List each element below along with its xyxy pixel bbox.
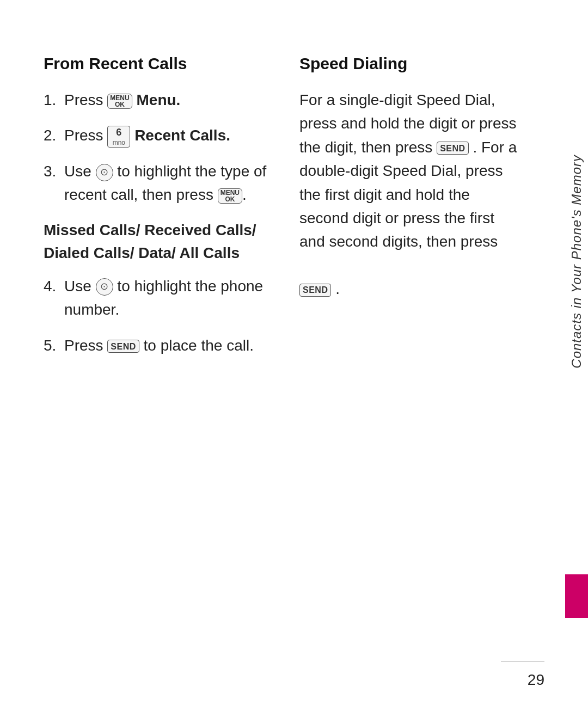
step-4-number: 4. [44,274,60,298]
step-2-content: Press 6mno Recent Calls. [64,124,267,148]
missed-calls-text: Missed Calls/ Received Calls/ Dialed Cal… [44,222,256,261]
send-key-1: SEND [107,340,139,353]
missed-calls-block: Missed Calls/ Received Calls/ Dialed Cal… [44,219,267,265]
send-key-inline-2: SEND [299,284,331,297]
step-1-number: 1. [44,88,60,112]
step-2: 2. Press 6mno Recent Calls. [44,124,267,148]
page-divider [501,661,544,662]
right-section: Speed Dialing For a single-digit Speed D… [299,54,523,369]
right-section-title: Speed Dialing [299,54,523,73]
step-1: 1. Press MENUOK Menu. [44,88,267,112]
step-3-number: 3. [44,160,60,183]
step-5-number: 5. [44,334,60,357]
step-2-number: 2. [44,124,60,147]
step-3: 3. Use ⊙ to highlight the type of recent… [44,160,267,207]
step-1-content: Press MENUOK Menu. [64,88,267,112]
nav-key-1: ⊙ [96,164,113,181]
step-4-content: Use ⊙ to highlight the phone number. [64,274,267,322]
step-5: 5. Press SEND to place the call. [44,334,267,357]
sidebar-tab-text: Contacts in Your Phone's Memory [569,155,584,369]
step-4: 4. Use ⊙ to highlight the phone number. [44,274,267,322]
left-section: From Recent Calls 1. Press MENUOK Menu. … [44,54,267,369]
step-2-label: Recent Calls. [134,127,230,144]
step-5-content: Press SEND to place the call. [64,334,267,357]
six-key: 6mno [107,126,130,148]
send-key-inline-1: SEND [437,142,468,155]
body-text-3: . [335,280,340,297]
page-number: 29 [528,671,544,689]
step-5-text: to place the call. [144,337,254,354]
sidebar-accent-bar [565,574,588,618]
left-section-title: From Recent Calls [44,54,267,73]
sidebar-tab: Contacts in Your Phone's Memory [565,174,588,348]
menu-key-1: MENUOK [107,94,132,109]
menu-key-2: MENUOK [218,188,242,204]
step-4-text: to highlight the phone number. [64,278,263,318]
step-1-label: Menu. [136,91,180,108]
nav-key-2: ⊙ [96,278,113,296]
speed-dialing-body: For a single-digit Speed Dial, press and… [299,88,523,301]
step-3-content: Use ⊙ to highlight the type of recent ca… [64,160,267,207]
